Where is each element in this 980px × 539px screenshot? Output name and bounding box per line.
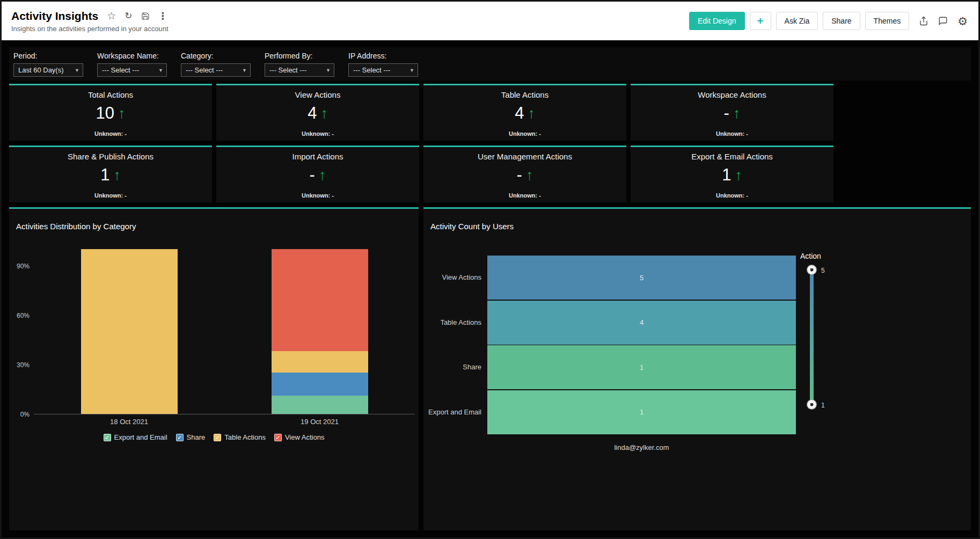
filter-group-performed-by: Performed By:--- Select ---▼: [265, 52, 334, 81]
checkbox-checked-icon: ✓: [274, 434, 282, 441]
kpi-title: Total Actions: [88, 90, 133, 99]
more-options-icon[interactable]: ⋮: [158, 11, 168, 21]
kpi-title: Table Actions: [501, 90, 548, 99]
bar-segment-view-actions[interactable]: [272, 249, 368, 351]
bar-segment-table-actions[interactable]: [272, 351, 368, 373]
legend-item-table-actions[interactable]: ✓Table Actions: [214, 433, 266, 441]
heatmap-cell-view-actions[interactable]: 5: [487, 256, 796, 300]
kpi-footer: Unknown: -: [716, 130, 748, 137]
legend-label: View Actions: [285, 433, 324, 441]
kpi-card-export-email-actions[interactable]: Export & Email Actions1↑Unknown: -: [631, 145, 833, 202]
heatmap-row-label-export-and-email: Export and Email: [423, 390, 481, 434]
settings-gear-icon[interactable]: ⚙: [957, 16, 968, 27]
filter-select-value: --- Select ---: [353, 66, 390, 74]
legend-item-share[interactable]: ✓Share: [176, 433, 206, 441]
heatmap-cell-value: 4: [640, 318, 643, 326]
filter-select-performed-by[interactable]: --- Select ---▼: [265, 63, 334, 77]
add-widget-button[interactable]: +: [750, 12, 771, 30]
kpi-value: 10: [96, 104, 114, 123]
kpi-value-row: 1↑: [100, 165, 121, 185]
x-axis-label-19-oct-2021: 19 Oct 2021: [277, 418, 363, 426]
heatmap-row-label-share: Share: [423, 345, 481, 389]
favorite-star-icon[interactable]: ☆: [107, 11, 116, 21]
kpi-card-total-actions[interactable]: Total Actions10↑Unknown: -: [9, 84, 212, 141]
bar-18-oct-2021: [81, 249, 178, 414]
kpi-value: -: [310, 165, 315, 185]
kpi-card-table-actions[interactable]: Table Actions4↑Unknown: -: [423, 84, 626, 141]
filter-bar: Period:Last 60 Day(s)▼Workspace Name:---…: [9, 47, 971, 81]
trend-up-arrow-icon: ↑: [526, 168, 533, 183]
slider-track[interactable]: [810, 269, 814, 404]
right-chart-title: Activity Count by Users: [430, 222, 514, 231]
heatmap-row-label-table-actions: Table Actions: [423, 301, 481, 345]
trend-up-arrow-icon: ↑: [320, 106, 328, 121]
bar-segment-export-and-email[interactable]: [272, 396, 368, 414]
heatmap-range-slider: Action 5 1: [800, 252, 849, 429]
checkbox-checked-icon: ✓: [176, 434, 184, 441]
kpi-card-import-actions[interactable]: Import Actions-↑Unknown: -: [216, 145, 419, 202]
legend-label: Share: [187, 433, 206, 441]
filter-select-category[interactable]: --- Select ---▼: [181, 63, 251, 77]
kpi-title: Workspace Actions: [698, 90, 766, 99]
heatmap-cell-share[interactable]: 1: [487, 345, 796, 389]
trend-up-arrow-icon: ↑: [319, 168, 326, 183]
share-button[interactable]: Share: [823, 12, 860, 30]
refresh-icon[interactable]: ↻: [125, 11, 132, 20]
filter-select-period[interactable]: Last 60 Day(s)▼: [13, 63, 83, 77]
legend-label: Table Actions: [224, 433, 266, 441]
themes-button[interactable]: Themes: [865, 12, 910, 30]
caret-down-icon: ▼: [75, 68, 79, 73]
slider-handle-max[interactable]: [807, 265, 816, 274]
kpi-value-row: -↑: [310, 165, 326, 185]
kpi-card-user-management-actions[interactable]: User Management Actions-↑Unknown: -: [423, 145, 626, 202]
bar-segment-share[interactable]: [272, 373, 368, 396]
caret-down-icon: ▼: [326, 68, 331, 73]
dashboard-canvas: Period:Last 60 Day(s)▼Workspace Name:---…: [2, 40, 978, 537]
bar-segment-table-actions[interactable]: [81, 249, 178, 414]
panel-activities-distribution: Activities Distribution by Category 18 O…: [9, 207, 419, 530]
heatmap-cell-export-and-email[interactable]: 1: [487, 390, 796, 434]
page-title: Activity Insights: [11, 10, 98, 23]
left-chart-title: Activities Distribution by Category: [16, 222, 136, 231]
bar-19-oct-2021: [272, 249, 368, 414]
y-axis-tick-90: 90%: [9, 263, 30, 270]
kpi-value: 1: [100, 165, 109, 185]
y-axis-tick-0: 0%: [9, 411, 30, 418]
kpi-title: User Management Actions: [478, 152, 572, 161]
kpi-value: 4: [515, 104, 524, 123]
filter-select-ip-address[interactable]: --- Select ---▼: [348, 63, 418, 77]
comments-icon[interactable]: [938, 16, 948, 26]
heatmap-cell-value: 1: [640, 408, 643, 416]
kpi-card-workspace-actions[interactable]: Workspace Actions-↑Unknown: -: [631, 84, 833, 141]
kpi-value-row: -↑: [517, 165, 533, 185]
caret-down-icon: ▼: [409, 68, 414, 73]
heatmap-cell-table-actions[interactable]: 4: [487, 301, 796, 345]
filter-label: Workspace Name:: [97, 52, 167, 60]
slider-max-label: 5: [821, 267, 825, 274]
page-subtitle: Insights on the activities performed in …: [11, 25, 169, 33]
checkbox-checked-icon: ✓: [104, 434, 111, 441]
kpi-title: Import Actions: [292, 152, 343, 161]
filter-group-workspace-name: Workspace Name:--- Select ---▼: [97, 52, 167, 81]
filter-select-workspace-name[interactable]: --- Select ---▼: [97, 63, 167, 77]
filter-label: Performed By:: [265, 52, 334, 60]
edit-design-button[interactable]: Edit Design: [689, 12, 745, 30]
kpi-footer: Unknown: -: [509, 130, 541, 137]
kpi-card-share-publish-actions[interactable]: Share & Publish Actions1↑Unknown: -: [9, 145, 212, 202]
kpi-title: Share & Publish Actions: [68, 152, 153, 161]
legend-item-view-actions[interactable]: ✓View Actions: [274, 433, 324, 441]
stacked-bar-plot: 18 Oct 202119 Oct 20210%30%60%90%: [34, 250, 415, 414]
legend-item-export-and-email[interactable]: ✓Export and Email: [104, 433, 167, 441]
x-axis-label-18-oct-2021: 18 Oct 2021: [86, 418, 172, 426]
export-icon[interactable]: [919, 16, 928, 26]
y-axis-tick-60: 60%: [9, 312, 30, 319]
kpi-card-view-actions[interactable]: View Actions4↑Unknown: -: [216, 84, 419, 141]
heatmap-cell-value: 5: [640, 274, 643, 282]
filter-select-value: --- Select ---: [186, 66, 223, 74]
ask-zia-button[interactable]: Ask Zia: [776, 12, 818, 30]
save-icon[interactable]: [141, 12, 150, 20]
slider-handle-min[interactable]: [807, 400, 816, 409]
top-header: Activity Insights ☆ ↻ ⋮ Insights on the …: [2, 2, 978, 40]
legend-label: Export and Email: [114, 433, 167, 441]
filter-select-value: Last 60 Day(s): [18, 66, 64, 74]
